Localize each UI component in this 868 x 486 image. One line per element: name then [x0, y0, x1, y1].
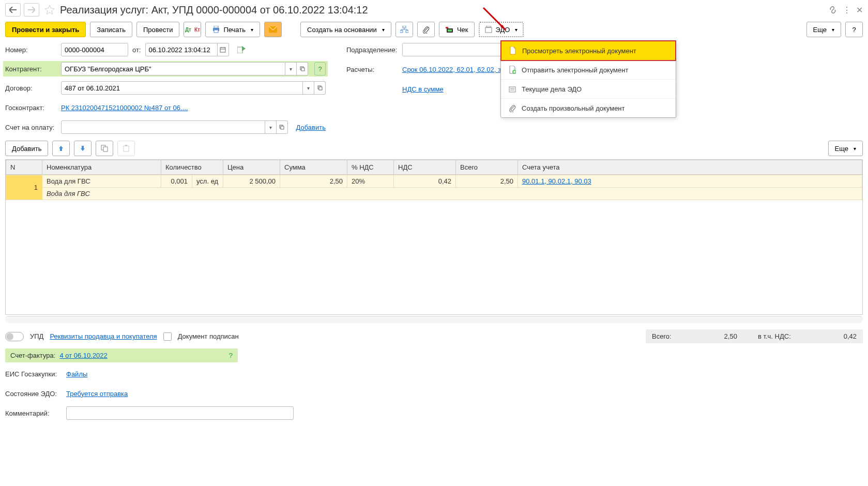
th-price: Цена: [223, 160, 280, 175]
mail-icon-button[interactable]: [264, 22, 282, 37]
dropdown-icon[interactable]: ▾: [303, 81, 314, 95]
post-close-button[interactable]: Провести и закрыть: [5, 22, 86, 37]
star-icon[interactable]: [44, 5, 55, 15]
svg-rect-13: [509, 87, 515, 92]
add-invoice-link[interactable]: Добавить: [296, 124, 326, 131]
signed-label: Документ подписан: [178, 332, 239, 340]
table-more-button[interactable]: Еще: [828, 141, 863, 156]
help-button[interactable]: ?: [845, 22, 863, 37]
edo-state-link[interactable]: Требуется отправка: [66, 390, 128, 398]
dropdown-create-arbitrary[interactable]: Создать произвольный документ: [501, 99, 676, 117]
cell-qty[interactable]: 0,001: [161, 175, 192, 188]
table-row[interactable]: 1 Вода для ГВС 0,001 усл. ед 2 500,00 2,…: [6, 175, 862, 188]
eis-files-link[interactable]: Файлы: [66, 370, 87, 378]
cell-vat[interactable]: 0,42: [394, 175, 456, 188]
dropdown-send-document[interactable]: Отправить электронный документ: [501, 60, 676, 80]
th-total: Всего: [456, 160, 518, 175]
cell-accounts[interactable]: 90.01.1, 90.02.1, 90.03: [518, 175, 862, 188]
document-icon: [509, 47, 517, 55]
dropdown-icon[interactable]: ▾: [265, 120, 277, 134]
th-nomenclature: Номенклатура: [42, 160, 161, 175]
edo-state-label: Состояние ЭДО:: [5, 390, 62, 398]
post-button[interactable]: Провести: [136, 22, 180, 37]
eis-label: ЕИС Госзакупки:: [5, 370, 62, 378]
settlements-link[interactable]: Срок 06.10.2022, 62.01, 62.02, за: [402, 66, 505, 73]
invoice-row: Счет-фактура: 4 от 06.10.2022 ?: [5, 348, 238, 362]
vat-link[interactable]: НДС в сумме: [402, 85, 444, 93]
svg-rect-11: [486, 26, 491, 27]
comment-input[interactable]: [66, 406, 294, 420]
create-based-button[interactable]: Создать на основании: [300, 22, 391, 37]
th-accounts: Счета учета: [518, 160, 862, 175]
department-label: Подразделение:: [346, 46, 398, 54]
dtk-icon-button[interactable]: ДтКт: [184, 22, 201, 37]
status-icon[interactable]: [237, 46, 246, 53]
cell-unit[interactable]: усл. ед: [192, 175, 223, 188]
nav-forward[interactable]: [24, 3, 39, 17]
list-icon: [508, 85, 516, 93]
table-row-sub[interactable]: Вода для ГВС: [6, 188, 862, 200]
th-n: N: [6, 160, 42, 175]
check-button[interactable]: Чек: [439, 22, 475, 37]
page-title: Реализация услуг: Акт, УПД 0000-000004 о…: [60, 4, 825, 16]
svg-rect-15: [237, 47, 242, 53]
calendar-icon[interactable]: [218, 43, 229, 56]
edo-dropdown-menu: Просмотреть электронный документ Отправи…: [500, 40, 676, 118]
cell-price[interactable]: 2 500,00: [223, 175, 280, 188]
structure-icon-button[interactable]: [395, 22, 413, 37]
svg-rect-1: [214, 26, 218, 28]
dropdown-icon[interactable]: ▾: [285, 62, 297, 75]
more-button[interactable]: Еще: [806, 22, 841, 37]
svg-rect-21: [281, 126, 284, 129]
number-input[interactable]: [61, 43, 128, 56]
goscontract-link[interactable]: РК 2310200471521000002 №487 от 06....: [61, 104, 188, 112]
department-input[interactable]: [402, 43, 511, 56]
close-icon[interactable]: ✕: [856, 5, 863, 15]
open-icon[interactable]: [314, 81, 326, 95]
settlements-label: Расчеты:: [346, 66, 398, 73]
paste-button[interactable]: [117, 141, 135, 156]
invoice-pay-input[interactable]: [61, 120, 265, 134]
open-icon[interactable]: [277, 120, 288, 134]
print-button[interactable]: Печать: [205, 22, 260, 37]
th-quantity: Количество: [161, 160, 223, 175]
goscontract-label: Госконтракт:: [5, 104, 57, 112]
dropdown-current-edo[interactable]: Текущие дела ЭДО: [501, 80, 676, 99]
menu-dots-icon[interactable]: ⋮: [843, 5, 851, 15]
svg-rect-24: [124, 146, 129, 151]
invoice-help[interactable]: ?: [229, 352, 233, 359]
save-button[interactable]: Записать: [90, 22, 132, 37]
svg-rect-5: [400, 31, 403, 33]
svg-rect-25: [125, 145, 127, 146]
copy-button[interactable]: [96, 141, 113, 156]
number-label: Номер:: [5, 46, 57, 54]
cell-name[interactable]: Вода для ГВС: [42, 175, 161, 188]
nav-back[interactable]: [5, 3, 21, 17]
upd-toggle[interactable]: [5, 332, 24, 341]
horizontal-scrollbar[interactable]: [5, 316, 863, 323]
svg-rect-23: [103, 147, 108, 151]
link-icon[interactable]: [828, 5, 837, 14]
move-up-button[interactable]: [52, 141, 70, 156]
svg-rect-6: [406, 31, 408, 33]
cell-sum[interactable]: 2,50: [280, 175, 347, 188]
add-row-button[interactable]: Добавить: [5, 141, 48, 156]
move-down-button[interactable]: [74, 141, 92, 156]
edo-button[interactable]: ЭДО: [479, 22, 524, 37]
invoice-link[interactable]: 4 от 06.10.2022: [59, 352, 107, 359]
cell-name2[interactable]: Вода для ГВС: [42, 188, 862, 200]
contract-input[interactable]: [61, 81, 303, 95]
svg-rect-2: [214, 30, 218, 33]
dropdown-view-document[interactable]: Просмотреть электронный документ: [500, 40, 676, 61]
open-icon[interactable]: [297, 62, 308, 75]
cell-total[interactable]: 2,50: [456, 175, 518, 188]
cell-n: 1: [6, 175, 42, 200]
date-input[interactable]: [145, 43, 218, 56]
signed-checkbox[interactable]: [163, 332, 172, 341]
cell-vat-pct[interactable]: 20%: [347, 175, 394, 188]
seller-details-link[interactable]: Реквизиты продавца и покупателя: [50, 332, 157, 340]
counterparty-input[interactable]: [61, 62, 285, 75]
attach-icon-button[interactable]: [417, 22, 435, 37]
counterparty-help[interactable]: ?: [314, 62, 326, 75]
svg-rect-17: [301, 68, 304, 71]
